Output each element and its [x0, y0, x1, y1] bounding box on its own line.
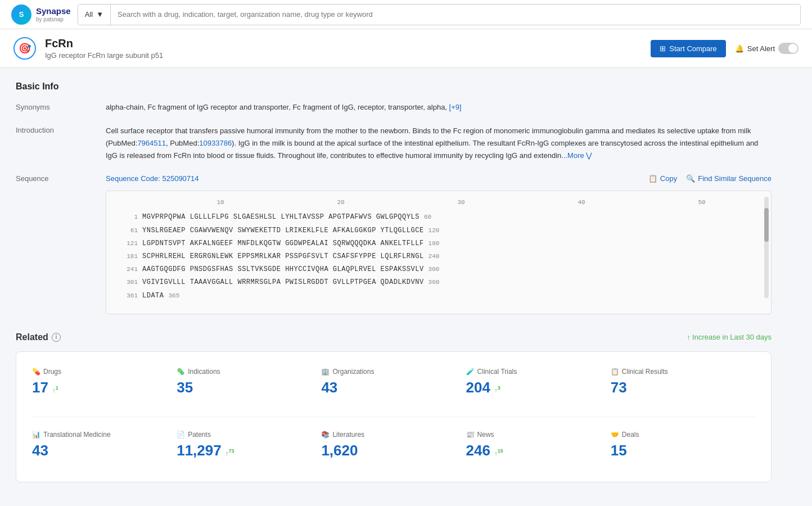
seq-line-61: 61 YNSLRGEAEP CGAWVWENQV SWYWEKETTD LRIK… [115, 225, 762, 236]
find-similar-button[interactable]: 🔍 Find Similar Sequence [686, 173, 772, 185]
scrollbar-thumb[interactable] [764, 208, 769, 242]
set-alert-button[interactable]: 🔔 Set Alert [735, 43, 799, 54]
introduction-row: Introduction Cell surface receptor that … [16, 125, 772, 162]
start-compare-button[interactable]: ⊞ Start Compare [651, 40, 726, 57]
sequence-actions: 📋 Copy 🔍 Find Similar Sequence [648, 173, 772, 185]
search-input[interactable] [111, 4, 800, 25]
logo-area: S Synapse by patsnap [11, 4, 71, 25]
literatures-icon: 📚 [321, 431, 330, 439]
copy-button[interactable]: 📋 Copy [648, 173, 677, 185]
related-item-clinical-trials[interactable]: 🧪 Clinical Trials 204 ↑3 [466, 363, 611, 408]
seq-line-361: 361 LDATA 365 [115, 291, 762, 301]
entity-title: FcRn [45, 37, 163, 50]
alert-icon: 🔔 [735, 44, 744, 53]
entity-info: FcRn IgG receptor FcRn large subunit p51 [45, 37, 163, 60]
entity-icon: 🎯 [13, 37, 36, 60]
related-item-news[interactable]: 📰 News 246 ↑15 [466, 426, 611, 471]
related-item-patents[interactable]: 📄 Patents 11,297 ↑73 [177, 426, 321, 471]
related-header: Related i ↑ Increase in Last 30 days [16, 332, 772, 342]
basic-info-title: Basic Info [16, 82, 772, 92]
find-similar-icon: 🔍 [686, 173, 695, 185]
indications-icon: 🦠 [177, 368, 185, 376]
seq-line-1: 1 MGVPRPQPWA LGLLLFLPG SLGAESHLSL LYHLTA… [115, 212, 762, 223]
organizations-icon: 🏢 [321, 368, 330, 376]
drugs-icon: 💊 [32, 368, 40, 376]
sequence-content: Sequence Code: 525090714 📋 Copy 🔍 Find S… [106, 173, 772, 314]
related-item-clinical-results[interactable]: 📋 Clinical Results 73 [611, 363, 755, 408]
main-content: Basic Info Synonyms alpha-chain, Fc frag… [0, 68, 787, 496]
logo-text: Synapse by patsnap [36, 6, 71, 23]
entity-subtitle: IgG receptor FcRn large subunit p51 [45, 51, 163, 60]
related-item-deals[interactable]: 🤝 Deals 15 [611, 426, 755, 471]
synonyms-value: alpha-chain, Fc fragment of IgG receptor… [106, 102, 772, 114]
related-item-translational[interactable]: 📊 Translational Medicine 43 [32, 426, 177, 471]
entity-actions: ⊞ Start Compare 🔔 Set Alert [651, 40, 799, 57]
related-item-drugs[interactable]: 💊 Drugs 17 ↑1 [32, 363, 177, 408]
copy-icon: 📋 [648, 173, 657, 185]
synonyms-label: Synonyms [16, 102, 106, 114]
search-bar: All ▼ [78, 4, 801, 25]
sequence-label: Sequence [16, 173, 106, 314]
related-grid-row1: 💊 Drugs 17 ↑1 🦠 Indications 35 [32, 363, 755, 408]
seq-line-121: 121 LGPDNTSVPT AKFALNGEEF MNFDLKQGTW GGD… [115, 238, 762, 249]
related-item-literatures[interactable]: 📚 Literatures 1,620 [321, 426, 466, 471]
translational-icon: 📊 [32, 431, 40, 439]
brand-sub: by patsnap [36, 16, 71, 23]
clinical-trials-icon: 🧪 [466, 368, 475, 376]
synonyms-row: Synonyms alpha-chain, Fc fragment of IgG… [16, 102, 772, 114]
increase-badge: ↑ Increase in Last 30 days [687, 333, 772, 341]
seq-line-241: 241 AAGTGQGDFG PNSDGSFHAS SSLTVKSGDE HHY… [115, 264, 762, 275]
sequence-box[interactable]: 10 20 30 40 50 1 MGVPRPQPWA LGLLLFLPG SL… [106, 191, 772, 314]
introduction-value: Cell surface receptor that transfers pas… [106, 125, 772, 162]
sequence-header: Sequence Code: 525090714 📋 Copy 🔍 Find S… [106, 173, 772, 185]
chevron-down-icon: ▼ [96, 10, 103, 19]
sequence-row: Sequence Sequence Code: 525090714 📋 Copy… [16, 173, 772, 314]
brand-name: Synapse [36, 6, 71, 16]
search-dropdown[interactable]: All ▼ [78, 4, 111, 25]
entity-header: 🎯 FcRn IgG receptor FcRn large subunit p… [0, 29, 812, 68]
related-card: 💊 Drugs 17 ↑1 🦠 Indications 35 [16, 351, 772, 482]
seq-line-301: 301 VGIVIGVLLL TAAAVGGALL WRRMRSGLPA PWI… [115, 277, 762, 288]
news-icon: 📰 [466, 431, 475, 439]
pubmed2-link[interactable]: 10933786 [199, 139, 232, 147]
clinical-results-icon: 📋 [611, 368, 619, 376]
entity-left: 🎯 FcRn IgG receptor FcRn large subunit p… [13, 37, 163, 60]
related-section: Related i ↑ Increase in Last 30 days 💊 D… [16, 332, 772, 482]
seq-line-181: 181 SCPHRLREHL ERGRGNLEWK EPPSMRLKAR PSS… [115, 251, 762, 262]
compare-icon: ⊞ [660, 44, 666, 53]
sequence-ruler: 10 20 30 40 50 [115, 198, 762, 208]
synonyms-more[interactable]: [+9] [449, 103, 462, 111]
related-title: Related i [16, 332, 61, 342]
introduction-label: Introduction [16, 125, 106, 162]
pubmed1-link[interactable]: 7964511 [137, 139, 166, 147]
alert-toggle[interactable] [778, 43, 799, 54]
sequence-code-link[interactable]: Sequence Code: 525090714 [106, 173, 199, 185]
patents-icon: 📄 [177, 431, 185, 439]
deals-icon: 🤝 [611, 431, 619, 439]
related-item-indications[interactable]: 🦠 Indications 35 [177, 363, 321, 408]
logo-icon: S [11, 4, 31, 25]
more-link[interactable]: ...More ⋁ [561, 151, 592, 160]
related-item-organizations[interactable]: 🏢 Organizations 43 [321, 363, 466, 408]
related-grid-row2: 📊 Translational Medicine 43 📄 Patents 11… [32, 417, 755, 471]
sequence-scrollbar[interactable] [764, 197, 769, 298]
top-nav: S Synapse by patsnap All ▼ [0, 0, 812, 29]
related-info-icon[interactable]: i [52, 333, 61, 342]
